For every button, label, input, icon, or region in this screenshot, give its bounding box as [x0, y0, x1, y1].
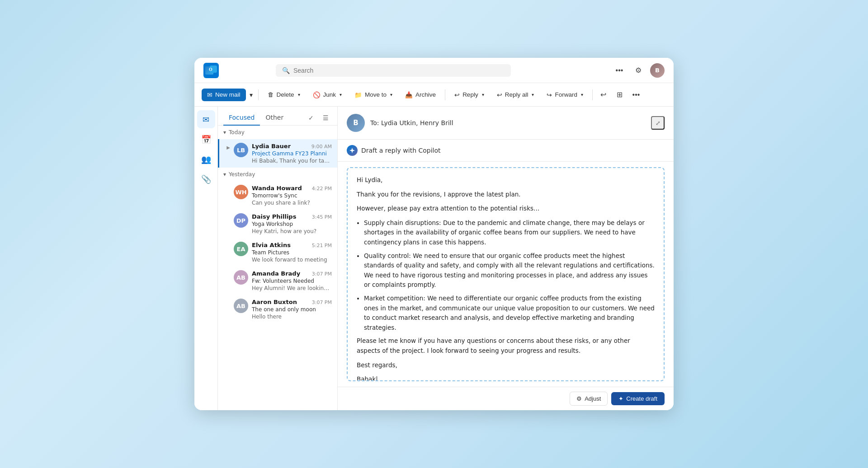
archive-button[interactable]: 📥 Archive — [400, 89, 441, 101]
avatar[interactable]: B — [650, 63, 665, 78]
adjust-button[interactable]: ⚙ Adjust — [570, 392, 608, 406]
mail-subject-aaron: The one and only moon — [252, 306, 332, 313]
reply-button[interactable]: ↩ Reply ▾ — [449, 89, 490, 101]
mail-header-row-amanda: Amanda Brady 3:07 PM — [252, 270, 332, 277]
mail-avatar-daisy: DP — [234, 213, 248, 228]
reading-expand-button[interactable]: ⤢ — [651, 116, 665, 130]
mail-subject-amanda: Fw: Volunteers Needed — [252, 278, 332, 284]
forward-button[interactable]: ↪ Forward ▾ — [541, 89, 589, 101]
nav-people[interactable]: 👥 — [197, 150, 215, 168]
adjust-icon: ⚙ — [576, 395, 582, 402]
mail-item-daisy[interactable]: DP Daisy Phillips 3:45 PM Yoga Workshop … — [218, 210, 337, 238]
nav-attachments[interactable]: 📎 — [197, 170, 215, 188]
outlook-logo: O — [203, 63, 219, 78]
copilot-label: Draft a reply with Copilot — [361, 147, 441, 154]
mail-preview-wanda: Can you share a link? — [252, 200, 332, 206]
mail-item-amanda[interactable]: AB Amanda Brady 3:07 PM Fw: Volunteers N… — [218, 267, 337, 295]
date-group-today: ▾ Today — [218, 126, 337, 139]
mail-item-lydia[interactable]: ▶ LB Lydia Bauer 9:00 AM Project Gamma F… — [218, 139, 337, 168]
junk-button[interactable]: 🚫 Junk ▾ — [307, 89, 348, 101]
draft-greeting: Hi Lydia, — [357, 175, 655, 185]
create-draft-button[interactable]: ✦ Create draft — [611, 392, 665, 405]
mail-header-row-elvia: Elvia Atkins 5:21 PM — [252, 242, 332, 248]
nav-sidebar: ✉ 📅 👥 📎 — [194, 107, 218, 410]
mail-header-row-wanda: Wanda Howard 4:22 PM — [252, 185, 332, 192]
layout-button[interactable]: ⊞ — [613, 88, 627, 102]
expand-thread-icon[interactable]: ▶ — [225, 144, 232, 151]
tab-focused[interactable]: Focused — [223, 110, 260, 126]
svg-text:O: O — [209, 67, 212, 72]
draft-area[interactable]: Hi Lydia, Thank you for the revisions, I… — [347, 167, 665, 381]
mail-item-elvia[interactable]: EA Elvia Atkins 5:21 PM Team Pictures We… — [218, 238, 337, 267]
mail-content-elvia: Elvia Atkins 5:21 PM Team Pictures We lo… — [252, 242, 332, 263]
new-mail-button[interactable]: ✉ New mail — [202, 89, 246, 101]
move-to-button[interactable]: 📁 Move to ▾ — [349, 89, 398, 101]
filter-done-button[interactable]: ✓ — [305, 112, 317, 124]
date-group-yesterday: ▾ Yesterday — [218, 168, 337, 181]
mail-list: ▾ Today ▶ LB Lydia Bauer 9:00 AM Project… — [218, 126, 337, 410]
mail-avatar-wanda: WH — [234, 185, 248, 199]
new-mail-caret-button[interactable]: ▾ — [248, 89, 255, 101]
more-options-button[interactable]: ••• — [612, 63, 627, 78]
reading-to-label: To: Lydia Utkin, Henry Brill — [370, 119, 453, 126]
filter-sort-button[interactable]: ☰ — [319, 112, 332, 124]
mail-avatar-elvia: EA — [234, 242, 248, 256]
draft-para1: Thank you for the revisions, I approve t… — [357, 190, 655, 200]
adjust-label: Adjust — [585, 395, 601, 402]
reply-all-caret: ▾ — [532, 92, 534, 97]
mail-sender-daisy: Daisy Phillips — [252, 213, 296, 220]
mail-avatar-lydia: LB — [234, 143, 248, 157]
junk-icon: 🚫 — [313, 91, 321, 98]
mail-subject-wanda: Tomorrow's Sync — [252, 192, 332, 199]
mail-sender-lydia: Lydia Bauer — [252, 143, 291, 150]
settings-button[interactable]: ⚙ — [631, 63, 646, 78]
mail-tabs: Focused Other ✓ ☰ — [218, 107, 337, 126]
mail-subject-daisy: Yoga Workshop — [252, 221, 332, 227]
mail-item-wanda[interactable]: WH Wanda Howard 4:22 PM Tomorrow's Sync … — [218, 181, 337, 210]
tab-other[interactable]: Other — [260, 110, 289, 126]
reply-all-label: Reply all — [505, 91, 528, 98]
mail-content-lydia: Lydia Bauer 9:00 AM Project Gamma FY23 P… — [252, 143, 332, 164]
toolbar-divider-1 — [258, 89, 259, 100]
draft-intro2: However, please pay extra attention to t… — [357, 204, 655, 214]
draft-actions: ⚙ Adjust ✦ Create draft — [338, 387, 674, 410]
undo-button[interactable]: ↩ — [596, 88, 611, 102]
mail-avatar-amanda: AB — [234, 270, 248, 285]
move-caret: ▾ — [390, 92, 392, 97]
mail-item-aaron[interactable]: AB Aaron Buxton 3:07 PM The one and only… — [218, 295, 337, 323]
mail-time-lydia: 9:00 AM — [311, 144, 332, 150]
mail-preview-lydia: Hi Babak, Thank you for taking the — [252, 158, 332, 164]
nav-mail[interactable]: ✉ — [197, 110, 215, 128]
search-bar[interactable]: 🔍 — [276, 64, 511, 77]
toolbar-divider-3 — [592, 89, 593, 100]
reply-all-button[interactable]: ↩ Reply all ▾ — [491, 89, 540, 101]
toolbar-divider-2 — [445, 89, 445, 100]
reply-caret: ▾ — [482, 92, 484, 97]
mail-subject-lydia: Project Gamma FY23 Planni — [252, 150, 332, 157]
search-input[interactable] — [293, 67, 505, 74]
mail-preview-aaron: Hello there — [252, 314, 332, 320]
mail-tab-actions: ✓ ☰ — [305, 112, 332, 124]
delete-icon: 🗑 — [268, 91, 274, 98]
copilot-section: Draft a reply with Copilot — [338, 140, 674, 162]
collapse-today-icon: ▾ — [223, 129, 226, 136]
toolbar-more-button[interactable]: ••• — [629, 88, 643, 102]
reading-pane: B To: Lydia Utkin, Henry Brill ⤢ Draft a… — [338, 107, 674, 410]
draft-bullet-1: Supply chain disruptions: Due to the pan… — [364, 218, 655, 248]
forward-icon: ↪ — [547, 91, 552, 98]
mail-subject-elvia: Team Pictures — [252, 249, 332, 256]
mail-header-row-daisy: Daisy Phillips 3:45 PM — [252, 213, 332, 220]
app-window: O 🔍 ••• ⚙ B ✉ New mail ▾ 🗑 — [194, 58, 674, 410]
nav-calendar[interactable]: 📅 — [197, 130, 215, 148]
reading-header: B To: Lydia Utkin, Henry Brill ⤢ — [338, 107, 674, 140]
copilot-icon — [347, 145, 358, 156]
draft-signature: Babak| — [357, 374, 655, 381]
delete-caret: ▾ — [298, 92, 300, 97]
mail-time-elvia: 5:21 PM — [312, 243, 332, 248]
mail-header-row-aaron: Aaron Buxton 3:07 PM — [252, 299, 332, 305]
search-icon: 🔍 — [282, 67, 290, 74]
junk-label: Junk — [323, 91, 336, 98]
draft-closing2: Best regards, — [357, 360, 655, 370]
delete-button[interactable]: 🗑 Delete ▾ — [262, 89, 306, 101]
archive-label: Archive — [415, 91, 436, 98]
